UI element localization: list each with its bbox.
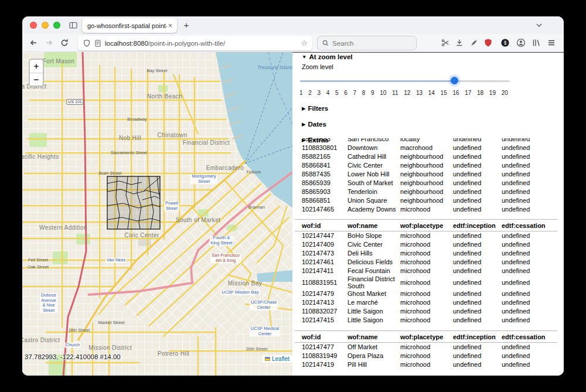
result-cell: undefined xyxy=(453,196,502,204)
result-cell: 1108831949 xyxy=(295,351,347,360)
result-row: 102147413Le marchémicrohoodundefinedunde… xyxy=(295,298,557,307)
page-info-icon[interactable] xyxy=(94,39,102,47)
browser-tab[interactable]: go-whosonfirst-spatial point-in-pol × xyxy=(82,18,177,33)
result-cell: 102147465 xyxy=(295,204,347,213)
screenshot-icon[interactable] xyxy=(441,38,450,47)
result-cell: microhood xyxy=(400,298,453,307)
search-bar[interactable] xyxy=(317,36,417,50)
result-cell: 102147461 xyxy=(295,258,347,267)
result-cell: 85865903 xyxy=(295,187,347,196)
result-cell: undefined xyxy=(453,289,502,298)
leaflet-link[interactable]: Leaflet xyxy=(272,356,289,362)
result-cell: neighbourhood xyxy=(400,152,453,161)
result-cell: undefined xyxy=(502,138,557,143)
slider-tick-label: 18 xyxy=(477,90,483,96)
result-row: 1108832027Little Saigonmicrohoodundefine… xyxy=(295,307,557,316)
currency-extension-icon[interactable]: $ xyxy=(500,38,510,47)
slider-tick-label: 7 xyxy=(353,90,357,96)
result-row: 85865939South of Marketneighbourhoodunde… xyxy=(295,178,557,187)
result-cell: BoHo Slope xyxy=(347,231,400,240)
results-column-header: wof:id xyxy=(295,330,347,342)
result-cell: undefined xyxy=(502,289,557,298)
search-input[interactable] xyxy=(332,40,412,47)
tab-title: go-whosonfirst-spatial point-in-pol xyxy=(87,22,167,29)
slider-tick-label: 17 xyxy=(465,90,471,96)
downloads-icon[interactable] xyxy=(455,38,464,47)
sidebar-toggle-icon[interactable] xyxy=(69,21,78,30)
zoom-level-label: Zoom level xyxy=(302,63,559,71)
result-cell: undefined xyxy=(502,204,557,213)
slider-tick-label: 10 xyxy=(380,90,386,96)
reload-icon[interactable] xyxy=(60,38,69,47)
slider-tick-label: 13 xyxy=(416,90,423,96)
result-cell: locality xyxy=(400,138,453,143)
slider-tick-label: 12 xyxy=(404,90,410,96)
section-at-zoom-level[interactable]: ▼At zoom level xyxy=(302,53,559,61)
result-cell: 85922583 xyxy=(295,138,347,143)
result-row: 85882165Cathedral Hillneighbourhoodundef… xyxy=(295,152,557,161)
result-cell: Civic Center xyxy=(347,161,400,169)
zoom-slider[interactable] xyxy=(300,77,510,85)
result-cell: undefined xyxy=(453,249,502,258)
result-cell: undefined xyxy=(502,196,557,204)
close-tab-icon[interactable]: × xyxy=(167,22,173,30)
result-cell: undefined xyxy=(502,351,557,360)
results-table: wof:idwof:namewof:placetypeedtf:inceptio… xyxy=(295,330,557,369)
result-cell: microhood xyxy=(400,342,453,351)
result-cell: neighbourhood xyxy=(400,178,453,187)
section-dates[interactable]: ▶Dates xyxy=(302,121,559,128)
slider-tick-label: 6 xyxy=(344,90,347,96)
navigation-bar: localhost:8080/point-in-polygon-with-til… xyxy=(22,34,564,52)
result-row: 102147415Little Saigonmicrohoodundefined… xyxy=(295,316,557,325)
collapse-triangle-icon: ▼ xyxy=(302,54,306,60)
list-tabs-chevron-icon[interactable] xyxy=(534,21,544,30)
result-cell: undefined xyxy=(453,204,502,213)
control-panel: ▼At zoom level Zoom level 12345678910111… xyxy=(292,52,564,376)
result-cell: microhood xyxy=(400,316,453,325)
back-icon[interactable] xyxy=(29,38,38,47)
result-cell: undefined xyxy=(453,152,502,161)
menu-icon[interactable] xyxy=(547,38,556,47)
close-window-button[interactable] xyxy=(30,22,37,29)
section-filters[interactable]: ▶Filters xyxy=(302,105,559,113)
section-filters-label: Filters xyxy=(308,105,329,112)
zoom-out-button[interactable]: − xyxy=(30,73,43,86)
slider-tick-label: 11 xyxy=(392,90,398,96)
result-cell: 102147473 xyxy=(295,249,347,258)
result-cell: undefined xyxy=(502,143,557,152)
new-tab-button[interactable]: + xyxy=(180,19,192,32)
minimize-window-button[interactable] xyxy=(42,22,49,29)
results-column-header: wof:name xyxy=(347,220,400,231)
url-bar[interactable]: localhost:8080/point-in-polygon-with-til… xyxy=(78,36,312,50)
zoom-slider-thumb[interactable] xyxy=(451,77,458,84)
library-icon[interactable] xyxy=(532,38,541,47)
result-cell: undefined xyxy=(453,231,502,240)
result-row: 1108831951Financial District Southmicroh… xyxy=(295,275,557,289)
result-cell: undefined xyxy=(502,178,557,187)
result-cell: macrohood xyxy=(400,143,453,152)
result-cell: 102147479 xyxy=(295,289,347,298)
result-cell: undefined xyxy=(502,187,557,196)
slider-tick-label: 16 xyxy=(452,90,459,96)
bookmark-star-icon[interactable]: ☆ xyxy=(301,39,308,47)
account-icon[interactable] xyxy=(516,38,526,47)
ublock-shield-icon[interactable] xyxy=(483,38,493,47)
leaflet-map[interactable]: Fort Masona DistrictBay StreetNorth Beac… xyxy=(22,52,292,376)
pen-extension-icon[interactable] xyxy=(469,38,479,47)
result-cell: microhood xyxy=(400,267,453,275)
fullscreen-window-button[interactable] xyxy=(53,22,60,29)
result-row: 1108831949Opera Plazamicrohoodundefinedu… xyxy=(295,351,557,360)
result-row: 102147411Fecal Fountainmicrohoodundefine… xyxy=(295,267,557,275)
result-cell: undefined xyxy=(502,360,557,369)
forward-icon[interactable] xyxy=(45,38,54,47)
zoom-in-button[interactable]: + xyxy=(30,60,43,73)
result-cell: 102147415 xyxy=(295,316,347,325)
result-cell: Financial District South xyxy=(347,275,400,289)
results-column-header: wof:placetype xyxy=(400,220,453,231)
result-cell: undefined xyxy=(453,307,502,316)
tracking-shield-icon[interactable] xyxy=(83,39,91,47)
result-cell: undefined xyxy=(453,187,502,196)
results-header-row: wof:idwof:namewof:placetypeedtf:inceptio… xyxy=(295,220,557,231)
result-cell: Off Market xyxy=(347,342,400,351)
svg-text:$: $ xyxy=(504,40,507,46)
